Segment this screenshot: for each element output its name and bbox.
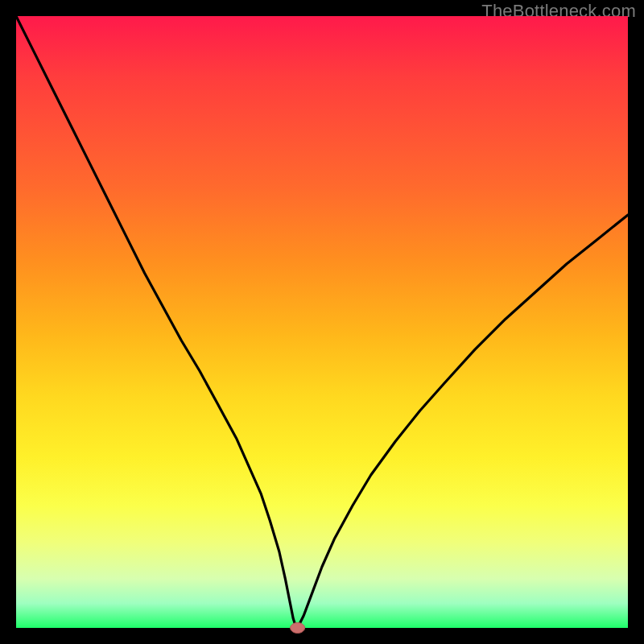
plot-area: [16, 16, 628, 628]
chart-svg: [16, 16, 628, 628]
chart-frame: TheBottleneck.com: [0, 0, 644, 644]
bottleneck-curve: [16, 16, 628, 628]
minimum-marker: [291, 623, 305, 634]
